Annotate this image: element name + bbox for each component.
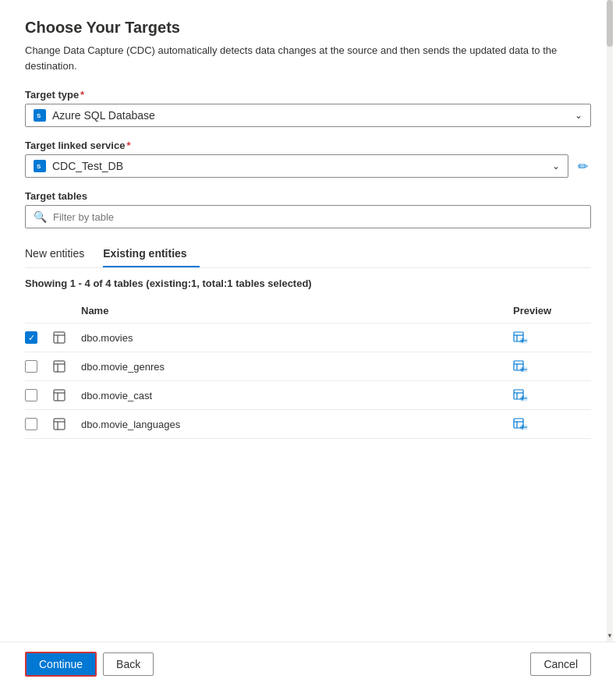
table-row: dbo.movie_cast [25, 381, 591, 410]
filter-input[interactable] [53, 211, 582, 223]
target-tables-group: Target tables 🔍 [25, 190, 591, 228]
table-row: dbo.movie_languages [25, 410, 591, 439]
entity-tabs: New entities Existing entities [25, 241, 591, 268]
tables-container: Name Preview dbo.movies [25, 299, 591, 439]
azure-sql-icon: S [34, 109, 46, 122]
svg-rect-13 [54, 361, 65, 372]
row-1-name: dbo.movies [81, 332, 513, 344]
linked-service-chevron-icon: ⌄ [552, 161, 560, 172]
row-3-table-icon [53, 389, 81, 401]
row-3-name: dbo.movie_cast [81, 390, 513, 401]
required-star-2: * [126, 140, 130, 151]
header-name-col: Name [81, 305, 513, 316]
scrollbar-down-arrow[interactable]: ▼ [607, 629, 613, 642]
cancel-button[interactable]: Cancel [530, 652, 591, 676]
row-2-name: dbo.movie_genres [81, 361, 513, 373]
table-row: dbo.movies [25, 324, 591, 352]
tab-new-entities[interactable]: New entities [25, 241, 97, 267]
table-header: Name Preview [25, 299, 591, 324]
target-type-dropdown[interactable]: S Azure SQL Database ⌄ [25, 104, 591, 127]
svg-rect-31 [54, 419, 65, 430]
target-type-label: Target type* [25, 89, 591, 101]
target-tables-label: Target tables [25, 190, 591, 202]
linked-service-dropdown-left: S CDC_Test_DB [34, 160, 123, 172]
linked-service-value: CDC_Test_DB [52, 160, 123, 172]
edit-linked-service-icon[interactable]: ✏ [575, 156, 591, 177]
header-preview-col: Preview [513, 305, 591, 316]
page-description: Change Data Capture (CDC) automatically … [25, 43, 591, 73]
target-type-value: Azure SQL Database [52, 109, 155, 122]
row-2-checkbox[interactable] [25, 360, 37, 373]
row-1-checkbox[interactable] [25, 331, 37, 344]
showing-text: Showing 1 - 4 of 4 tables (existing:1, t… [25, 278, 591, 289]
scrollbar[interactable]: ▼ [607, 0, 613, 642]
linked-service-dropdown[interactable]: S CDC_Test_DB ⌄ [25, 154, 568, 178]
linked-service-row: S CDC_Test_DB ⌄ ✏ [25, 154, 591, 178]
required-star: * [80, 89, 84, 101]
row-4-name: dbo.movie_languages [81, 419, 513, 430]
row-4-preview-icon[interactable] [513, 418, 591, 430]
continue-button[interactable]: Continue [25, 652, 97, 677]
scrollbar-thumb[interactable] [607, 0, 613, 47]
row-3-preview-icon[interactable] [513, 389, 591, 401]
row-3-checkbox[interactable] [25, 389, 37, 401]
svg-text:S: S [37, 112, 41, 119]
target-linked-service-label: Target linked service* [25, 140, 591, 151]
target-linked-service-group: Target linked service* S CDC_Test_DB ⌄ ✏ [25, 140, 591, 178]
table-row: dbo.movie_genres [25, 352, 591, 381]
row-1-table-icon [53, 331, 81, 344]
tab-existing-entities[interactable]: Existing entities [103, 241, 199, 267]
footer: Continue Back Cancel [0, 642, 616, 686]
target-type-group: Target type* S Azure SQL Database ⌄ [25, 89, 591, 127]
svg-rect-22 [54, 390, 65, 401]
row-1-preview-icon[interactable] [513, 331, 591, 344]
row-2-table-icon [53, 360, 81, 373]
svg-rect-4 [54, 332, 65, 343]
svg-text:S: S [37, 163, 41, 170]
filter-input-wrap: 🔍 [25, 205, 591, 228]
target-type-chevron-icon: ⌄ [575, 110, 582, 121]
back-button[interactable]: Back [103, 652, 154, 676]
search-icon: 🔍 [34, 210, 47, 223]
row-4-table-icon [53, 418, 81, 430]
row-4-checkbox[interactable] [25, 418, 37, 430]
target-type-dropdown-left: S Azure SQL Database [34, 109, 155, 122]
page-title: Choose Your Targets [25, 19, 591, 37]
row-2-preview-icon[interactable] [513, 360, 591, 373]
linked-service-icon: S [34, 160, 46, 172]
